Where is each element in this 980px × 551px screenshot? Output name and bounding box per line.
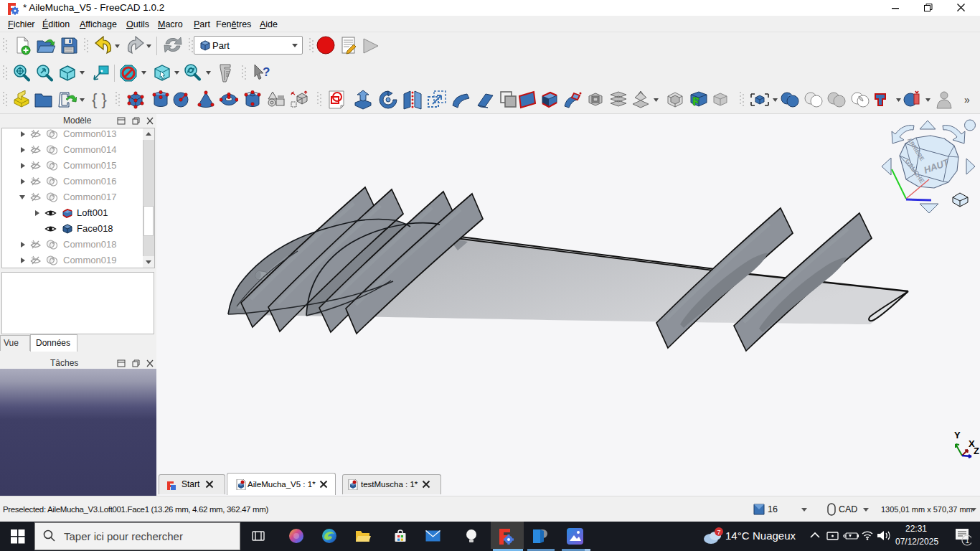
svg-text:{ }: { } <box>92 90 107 108</box>
svg-text:1: 1 <box>966 537 970 545</box>
svg-text:Y: Y <box>954 430 961 441</box>
svg-text:?: ? <box>263 65 270 79</box>
svg-text:7: 7 <box>717 529 721 536</box>
svg-text:Z: Z <box>974 446 979 456</box>
